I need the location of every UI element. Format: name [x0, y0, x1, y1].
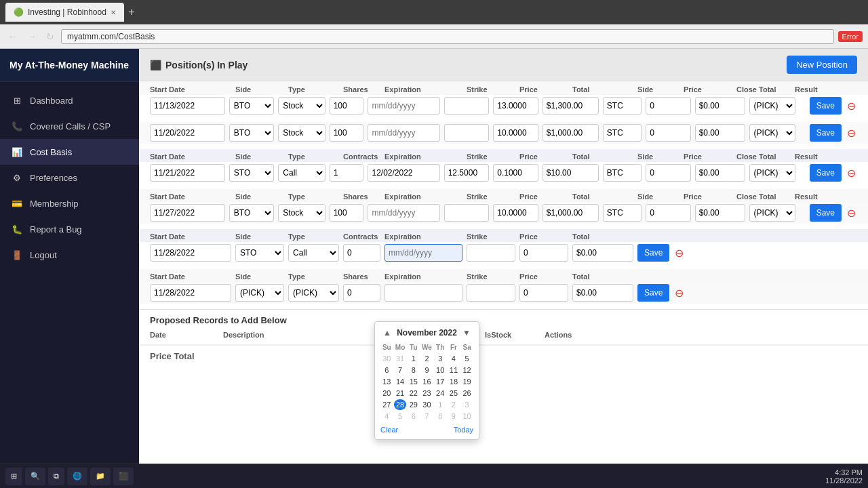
back-button[interactable]: ← [5, 30, 20, 43]
cal-cell-11[interactable]: 11 [448, 365, 460, 375]
row3-expiry[interactable] [368, 164, 439, 182]
row2-expiry[interactable] [368, 124, 439, 142]
cal-cell-1[interactable]: 1 [407, 353, 420, 364]
taskbar-search[interactable]: 🔍 [25, 468, 45, 485]
row5-expiry[interactable] [384, 244, 462, 262]
cal-next-button[interactable]: ▼ [460, 327, 473, 338]
cal-cell-12[interactable]: 12 [460, 365, 473, 375]
row6-total[interactable] [572, 284, 633, 302]
row1-shares-input[interactable] [330, 97, 364, 115]
row5-delete-button[interactable]: ⊖ [673, 247, 685, 260]
row4-result[interactable]: (PICK) [749, 204, 795, 222]
row2-side2[interactable] [603, 124, 642, 142]
cal-cell-23[interactable]: 23 [420, 388, 433, 399]
sidebar-item-covered-calls[interactable]: 📞 Covered Calls / CSP [0, 113, 139, 139]
row6-expiry[interactable] [384, 284, 462, 302]
cal-today-button[interactable]: Today [454, 426, 473, 434]
row1-side2-input[interactable] [603, 97, 642, 115]
row6-start-date[interactable] [150, 284, 231, 302]
cal-cell-9[interactable]: 9 [420, 365, 433, 375]
cal-cell-3next-a[interactable]: 3 [460, 399, 473, 410]
sidebar-item-logout[interactable]: 🚪 Logout [0, 242, 139, 268]
cal-cell-27[interactable]: 27 [380, 399, 393, 410]
taskbar-edge[interactable]: 🌐 [67, 468, 87, 485]
sidebar-item-cost-basis[interactable]: 📊 Cost Basis [0, 139, 139, 165]
cal-cell-5[interactable]: 5 [460, 353, 473, 364]
cal-cell-8next[interactable]: 8 [434, 411, 447, 422]
row2-type[interactable]: StockCall [278, 124, 325, 142]
cal-cell-18[interactable]: 18 [448, 376, 460, 387]
row4-total[interactable] [542, 204, 599, 222]
row2-strike[interactable] [444, 124, 490, 142]
row1-price-input[interactable] [493, 97, 538, 115]
row3-strike[interactable] [444, 164, 490, 182]
row6-save-button[interactable]: Save [637, 284, 669, 302]
row1-expiry-input[interactable] [368, 97, 439, 115]
row1-result-select[interactable]: (PICK) [749, 97, 795, 115]
row4-strike[interactable] [444, 204, 490, 222]
cal-cell-14[interactable]: 14 [394, 376, 407, 387]
row4-side1[interactable]: BTOSTO [229, 204, 275, 222]
tab-close-button[interactable]: ✕ [111, 9, 116, 16]
row5-type[interactable]: CallStock [288, 244, 339, 262]
cal-cell-7[interactable]: 7 [394, 365, 407, 375]
row2-total[interactable] [542, 124, 599, 142]
row4-start-date[interactable] [150, 204, 225, 222]
row6-delete-button[interactable]: ⊖ [673, 287, 685, 300]
row4-save-button[interactable]: Save [810, 204, 842, 222]
row3-type[interactable]: CallStock [278, 164, 325, 182]
taskbar-terminal[interactable]: ⬛ [113, 468, 134, 485]
row5-contracts[interactable] [343, 244, 380, 262]
row5-total[interactable] [572, 244, 633, 262]
cal-cell-8[interactable]: 8 [407, 365, 420, 375]
cal-cell-9next[interactable]: 9 [448, 411, 460, 422]
row3-price2[interactable] [646, 164, 691, 182]
cal-cell-4next[interactable]: 4 [380, 411, 393, 422]
sidebar-item-report-bug[interactable]: 🐛 Report a Bug [0, 216, 139, 242]
row2-save-button[interactable]: Save [810, 124, 842, 142]
cal-cell-17[interactable]: 17 [434, 376, 447, 387]
cal-cell-28-today[interactable]: 28 [394, 399, 407, 410]
row4-expiry[interactable] [368, 204, 439, 222]
row3-side1[interactable]: STOBTO [229, 164, 275, 182]
taskbar-start[interactable]: ⊞ [5, 468, 22, 485]
cal-cell-10[interactable]: 10 [434, 365, 447, 375]
row4-price[interactable] [493, 204, 538, 222]
new-tab-button[interactable]: + [128, 6, 134, 18]
row4-side2[interactable] [603, 204, 642, 222]
row6-strike[interactable] [467, 284, 515, 302]
row3-price[interactable] [493, 164, 538, 182]
row3-close-total[interactable] [695, 164, 745, 182]
cal-cell-13[interactable]: 13 [380, 376, 393, 387]
row3-delete-button[interactable]: ⊖ [846, 167, 857, 180]
row5-price[interactable] [519, 244, 568, 262]
row1-type-select[interactable]: StockCallPut [278, 97, 325, 115]
calendar-popup[interactable]: ▲ November 2022 ▼ Su Mo Tu We Th Fr Sa 3… [374, 321, 479, 440]
taskbar-task-view[interactable]: ⧉ [48, 468, 64, 485]
row5-strike[interactable] [467, 244, 515, 262]
sidebar-item-preferences[interactable]: ⚙ Preferences [0, 165, 139, 190]
browser-tab[interactable]: 🟢 Investing | Robinhood ✕ [5, 3, 124, 22]
taskbar-explorer[interactable]: 📁 [90, 468, 111, 485]
row6-shares[interactable] [343, 284, 380, 302]
refresh-button[interactable]: ↻ [43, 30, 57, 43]
sidebar-item-membership[interactable]: 💳 Membership [0, 190, 139, 216]
new-position-button[interactable]: New Position [787, 56, 857, 74]
row2-price[interactable] [493, 124, 538, 142]
address-bar[interactable]: myatmm.com/CostBasis [61, 29, 834, 44]
cal-cell-15[interactable]: 15 [407, 376, 420, 387]
row5-start-date[interactable] [150, 244, 231, 262]
cal-prev-button[interactable]: ▲ [380, 327, 394, 338]
cal-cell-2next-a[interactable]: 2 [448, 399, 460, 410]
row3-side2[interactable] [603, 164, 642, 182]
row1-price2-input[interactable] [646, 97, 691, 115]
row1-close-total-input[interactable] [695, 97, 745, 115]
cal-cell-7next[interactable]: 7 [420, 411, 433, 422]
cal-cell-20[interactable]: 20 [380, 388, 393, 399]
cal-cell-6next[interactable]: 6 [407, 411, 420, 422]
row4-delete-button[interactable]: ⊖ [846, 207, 857, 220]
cal-cell-26[interactable]: 26 [460, 388, 473, 399]
cal-cell-2[interactable]: 2 [420, 353, 433, 364]
cal-cell-10next[interactable]: 10 [460, 411, 473, 422]
cal-cell-6[interactable]: 6 [380, 365, 393, 375]
